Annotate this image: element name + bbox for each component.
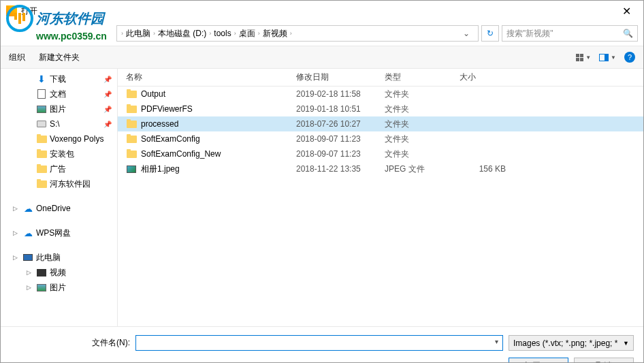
expand-caret-icon[interactable]: ▷ xyxy=(13,205,20,212)
open-button[interactable]: 打开(O) xyxy=(509,358,568,363)
folder-icon xyxy=(36,164,47,174)
new-folder-button[interactable]: 新建文件夹 xyxy=(39,52,80,63)
tree-item[interactable]: 文档📌 xyxy=(1,86,117,101)
tree-label: 广告 xyxy=(50,163,66,175)
folder-icon xyxy=(126,89,137,99)
tree-label: WPS网盘 xyxy=(36,227,71,239)
file-date: 2018-09-07 11:23 xyxy=(296,134,385,144)
help-button[interactable]: ? xyxy=(624,52,635,63)
search-input[interactable]: 搜索"新视频" 🔍 xyxy=(502,25,638,42)
file-row[interactable]: 相册1.jpeg2018-11-22 13:35JPEG 文件156 KB xyxy=(118,161,643,176)
pin-icon: 📌 xyxy=(103,106,112,113)
tree-item[interactable]: 安装包 xyxy=(1,146,117,161)
tree-item[interactable]: ▷☁OneDrive xyxy=(1,201,117,216)
file-type: 文件夹 xyxy=(385,119,460,130)
tree-label: 河东软件园 xyxy=(50,178,91,190)
expand-caret-icon[interactable]: ▷ xyxy=(13,230,20,236)
file-row[interactable]: Output2019-02-18 11:58文件夹 xyxy=(118,86,643,101)
folder-icon xyxy=(126,119,137,129)
tree-item[interactable]: ▷☁WPS网盘 xyxy=(1,225,117,240)
picture-icon xyxy=(36,283,47,292)
file-date: 2019-02-18 11:58 xyxy=(296,89,385,99)
file-type: 文件夹 xyxy=(385,148,460,160)
file-name: SoftExamConfig_New xyxy=(141,149,221,159)
filename-input[interactable] xyxy=(135,335,503,351)
video-icon xyxy=(36,268,47,277)
expand-caret-icon[interactable]: ▷ xyxy=(27,284,33,291)
document-icon xyxy=(36,89,47,99)
file-list: 名称 修改日期 类型 大小 Output2019-02-18 11:58文件夹P… xyxy=(118,69,643,326)
file-row[interactable]: processed2018-07-26 10:27文件夹 xyxy=(118,116,643,131)
nav-bar: ←→ › 此电脑› 本地磁盘 (D:)› tools› 桌面› 新视频› ⌄ ↻… xyxy=(1,21,643,46)
file-date: 2019-01-18 10:51 xyxy=(296,104,385,114)
tree-item[interactable]: ⬇下载📌 xyxy=(1,72,117,86)
tree-item[interactable]: ▷视频 xyxy=(1,265,117,280)
tree-label: 文档 xyxy=(50,89,66,100)
preview-pane-button[interactable]: ▼ xyxy=(599,54,616,61)
app-icon xyxy=(6,5,17,16)
file-date: 2018-07-26 10:27 xyxy=(296,119,385,129)
folder-icon xyxy=(126,134,137,144)
expand-caret-icon[interactable]: ▷ xyxy=(27,269,33,276)
view-options-button[interactable]: ▼ xyxy=(576,54,591,61)
folder-icon xyxy=(126,149,137,159)
file-type: 文件夹 xyxy=(385,104,460,115)
filename-label: 文件名(N): xyxy=(10,337,130,349)
tree-label: Voxengo Polys xyxy=(50,134,103,144)
pin-icon: 📌 xyxy=(103,91,112,98)
cloud-icon: ☁ xyxy=(22,204,33,213)
tree-item[interactable]: S:\📌 xyxy=(1,116,117,131)
search-icon: 🔍 xyxy=(623,29,633,38)
file-name: processed xyxy=(141,119,178,129)
folder-icon xyxy=(36,134,47,144)
tree-item[interactable]: ▷此电脑 xyxy=(1,250,117,265)
cancel-button[interactable]: 取消 xyxy=(574,358,634,363)
pin-icon: 📌 xyxy=(103,76,112,83)
file-type: 文件夹 xyxy=(385,89,460,100)
tree-item[interactable]: 河东软件园 xyxy=(1,176,117,191)
file-row[interactable]: SoftExamConfig2018-09-07 11:23文件夹 xyxy=(118,131,643,146)
expand-caret-icon[interactable]: ▷ xyxy=(13,254,20,261)
file-row[interactable]: SoftExamConfig_New2018-09-07 11:23文件夹 xyxy=(118,146,643,161)
dialog-footer: 文件名(N): Images (*.vtx; *.png; *.jpeg; *▼… xyxy=(1,326,643,363)
window-title: 打开 xyxy=(21,5,615,17)
tree-label: 此电脑 xyxy=(36,252,61,264)
toolbar: 组织 新建文件夹 ▼ ▼ ? xyxy=(1,46,643,69)
file-name: PDFViewerFS xyxy=(141,104,193,114)
file-size: 156 KB xyxy=(460,164,514,174)
tree-label: S:\ xyxy=(50,119,60,129)
folder-icon xyxy=(36,149,47,159)
file-type: 文件夹 xyxy=(385,133,460,145)
pin-icon: 📌 xyxy=(103,121,112,128)
download-icon: ⬇ xyxy=(36,74,47,84)
file-type: JPEG 文件 xyxy=(385,163,460,175)
file-name: SoftExamConfig xyxy=(141,134,200,144)
path-dropdown-icon[interactable]: ⌄ xyxy=(459,29,474,38)
folder-icon xyxy=(126,104,137,114)
column-headers[interactable]: 名称 修改日期 类型 大小 xyxy=(118,69,643,86)
tree-item[interactable]: 广告 xyxy=(1,161,117,176)
file-date: 2018-09-07 11:23 xyxy=(296,149,385,159)
tree-item[interactable]: 图片📌 xyxy=(1,101,117,116)
sidebar-tree[interactable]: ⬇下载📌文档📌图片📌S:\📌Voxengo Polys安装包广告河东软件园▷☁O… xyxy=(1,69,118,326)
image-icon xyxy=(126,164,137,174)
organize-button[interactable]: 组织 xyxy=(9,52,25,63)
tree-label: 图片 xyxy=(50,282,66,294)
wps-icon: ☁ xyxy=(22,228,33,238)
file-type-filter[interactable]: Images (*.vtx; *.png; *.jpeg; *▼ xyxy=(509,335,634,351)
file-name: 相册1.jpeg xyxy=(141,163,180,175)
tree-label: 安装包 xyxy=(50,148,74,160)
tree-item[interactable]: Voxengo Polys xyxy=(1,131,117,146)
file-date: 2018-11-22 13:35 xyxy=(296,164,385,174)
refresh-button[interactable]: ↻ xyxy=(481,25,499,42)
folder-icon xyxy=(36,179,47,189)
tree-label: 视频 xyxy=(50,267,66,279)
close-button[interactable]: ✕ xyxy=(615,5,638,18)
file-name: Output xyxy=(141,89,165,99)
tree-item[interactable]: ▷图片 xyxy=(1,280,117,295)
pc-icon xyxy=(22,253,33,262)
file-row[interactable]: PDFViewerFS2019-01-18 10:51文件夹 xyxy=(118,101,643,116)
picture-icon xyxy=(36,104,47,114)
tree-label: 下载 xyxy=(50,74,66,85)
breadcrumb[interactable]: › 此电脑› 本地磁盘 (D:)› tools› 桌面› 新视频› ⌄ xyxy=(116,25,479,42)
